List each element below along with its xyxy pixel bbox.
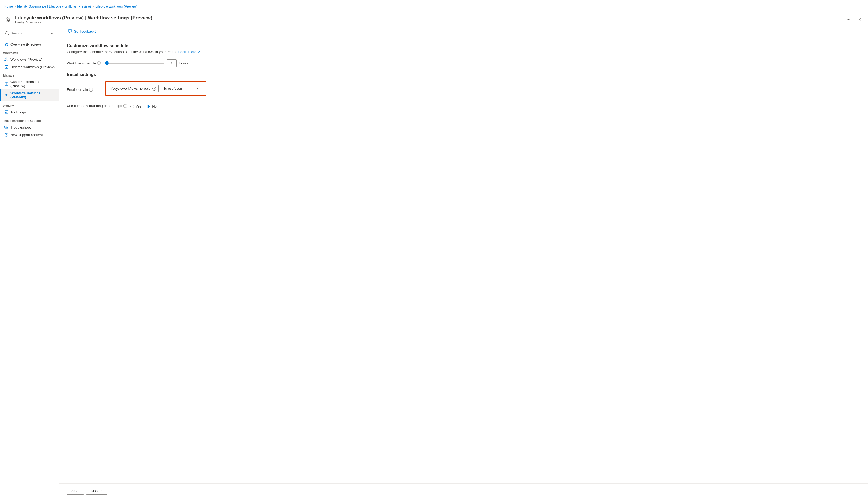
radio-no[interactable] [147, 105, 150, 108]
email-domain-inner-row: lifecycleworkflows-noreply i microsoft.c… [110, 85, 201, 92]
breadcrumb-home[interactable]: Home [4, 4, 13, 8]
sidebar-item-workflows[interactable]: Workflows (Preview) [0, 55, 59, 63]
workflow-schedule-info-icon[interactable]: i [97, 61, 101, 65]
learn-more-link[interactable]: Learn more ↗ [178, 50, 200, 54]
breadcrumb-bar: Home › Identity Governance | Lifecycle w… [0, 0, 868, 13]
feedback-label: Got feedback? [74, 29, 97, 34]
sidebar-item-workflow-settings-label: Workflow settings (Preview) [11, 91, 56, 99]
svg-point-0 [4, 42, 8, 45]
logs-icon [4, 110, 8, 114]
email-domain-label: Email domain i [67, 88, 102, 92]
search-input[interactable] [11, 31, 49, 35]
close-button[interactable]: ✕ [856, 16, 864, 23]
email-prefix: lifecycleworkflows-noreply [110, 87, 150, 91]
email-domain-row: Email domain i lifecycleworkflows-norepl… [67, 81, 860, 98]
slider-value: 1 [167, 59, 177, 67]
radio-group: Yes No [130, 104, 157, 108]
slider-unit: hours [179, 61, 188, 65]
content-area: Got feedback? Customize workflow schedul… [59, 26, 868, 498]
page-subtitle: Identity Governance [15, 21, 841, 24]
header-more-button[interactable]: ··· [844, 16, 853, 24]
radio-yes[interactable] [130, 105, 134, 108]
sidebar-item-new-support-label: New support request [11, 133, 43, 137]
overview-icon [4, 42, 8, 47]
sidebar-section-workflows: Workflows [0, 48, 59, 55]
sidebar-section-troubleshooting: Troubleshooting + Support [0, 116, 59, 123]
sidebar-item-audit-logs-label: Audit logs [11, 110, 26, 114]
email-settings-title: Email settings [67, 72, 860, 77]
feedback-button[interactable]: Got feedback? [66, 28, 99, 35]
extensions-icon [4, 82, 8, 86]
breadcrumb-identity-governance[interactable]: Identity Governance | Lifecycle workflow… [17, 4, 91, 8]
sidebar-item-custom-extensions[interactable]: Custom extensions (Preview) [0, 78, 59, 90]
sidebar-item-workflow-settings[interactable]: Workflow settings (Preview) [0, 90, 59, 101]
sidebar-section-manage: Manage [0, 70, 59, 78]
page-header: Lifecycle workflows (Preview) | Workflow… [0, 13, 868, 26]
svg-point-1 [6, 58, 7, 59]
sidebar-item-overview[interactable]: Overview (Preview) [0, 40, 59, 48]
header-title-group: Lifecycle workflows (Preview) | Workflow… [15, 15, 841, 24]
discard-button[interactable]: Discard [86, 487, 107, 495]
sidebar-item-workflows-label: Workflows (Preview) [11, 57, 42, 62]
settings-icon [4, 93, 8, 97]
sidebar-item-deleted-label: Deleted workflows (Preview) [11, 65, 55, 69]
svg-rect-8 [6, 84, 8, 86]
svg-rect-6 [6, 82, 8, 84]
customize-schedule-description: Configure the schedule for execution of … [67, 50, 860, 54]
slider-container: 1 hours [105, 59, 188, 67]
workflows-icon [4, 57, 8, 62]
feedback-icon [68, 29, 72, 34]
company-branding-row: Use company branding banner logo i Yes N… [67, 103, 860, 108]
support-icon [4, 133, 8, 137]
workflow-schedule-slider[interactable] [105, 63, 164, 64]
sidebar: « Overview (Preview) Workflows Workflows… [0, 26, 59, 498]
content-body: Customize workflow schedule Configure th… [59, 37, 868, 483]
sidebar-item-custom-extensions-label: Custom extensions (Preview) [11, 80, 56, 88]
troubleshoot-icon [4, 125, 8, 129]
company-branding-info-icon[interactable]: i [123, 104, 127, 108]
external-link-icon: ↗ [197, 50, 200, 54]
breadcrumb: Home › Identity Governance | Lifecycle w… [4, 4, 138, 8]
sidebar-item-audit-logs[interactable]: Audit logs [0, 108, 59, 116]
sidebar-item-deleted-workflows[interactable]: Deleted workflows (Preview) [0, 63, 59, 70]
workflow-schedule-label: Workflow schedule i [67, 61, 102, 65]
radio-no-label[interactable]: No [147, 104, 157, 108]
sidebar-item-troubleshoot[interactable]: Troubleshoot [0, 123, 59, 131]
sidebar-item-new-support[interactable]: New support request [0, 131, 59, 139]
email-settings-section: Email settings Email domain i lifecyclew… [67, 72, 860, 108]
customize-schedule-title: Customize workflow schedule [67, 43, 860, 48]
svg-rect-5 [4, 82, 6, 84]
email-domain-info-icon[interactable]: i [89, 88, 93, 92]
save-button[interactable]: Save [67, 487, 84, 495]
collapse-sidebar-button[interactable]: « [51, 30, 54, 36]
search-icon [5, 31, 9, 35]
radio-yes-text: Yes [136, 104, 141, 108]
sidebar-section-activity: Activity [0, 101, 59, 108]
sidebar-item-overview-label: Overview (Preview) [11, 42, 41, 47]
chevron-down-icon: ▾ [197, 87, 199, 90]
workflow-schedule-row: Workflow schedule i 1 hours [67, 59, 860, 67]
search-box[interactable]: « [3, 29, 56, 37]
content-toolbar: Got feedback? [59, 26, 868, 37]
gear-icon [5, 16, 11, 23]
customize-schedule-section: Customize workflow schedule Configure th… [67, 43, 860, 67]
radio-yes-label[interactable]: Yes [130, 104, 141, 108]
header-icon [4, 16, 12, 24]
breadcrumb-lifecycle-workflows[interactable]: Lifecycle workflows (Preview) [95, 4, 138, 8]
radio-no-text: No [152, 104, 157, 108]
email-domain-highlight: lifecycleworkflows-noreply i microsoft.c… [105, 81, 206, 96]
deleted-icon [4, 65, 8, 69]
svg-rect-9 [4, 110, 8, 114]
page-title: Lifecycle workflows (Preview) | Workflow… [15, 15, 841, 21]
content-footer: Save Discard [59, 483, 868, 498]
sidebar-item-troubleshoot-label: Troubleshoot [11, 125, 31, 129]
domain-value: microsoft.com [161, 87, 183, 91]
company-branding-label: Use company branding banner logo i [67, 104, 127, 108]
email-prefix-info-icon[interactable]: i [152, 87, 156, 91]
svg-rect-7 [4, 84, 6, 86]
domain-dropdown[interactable]: microsoft.com ▾ [158, 85, 201, 92]
